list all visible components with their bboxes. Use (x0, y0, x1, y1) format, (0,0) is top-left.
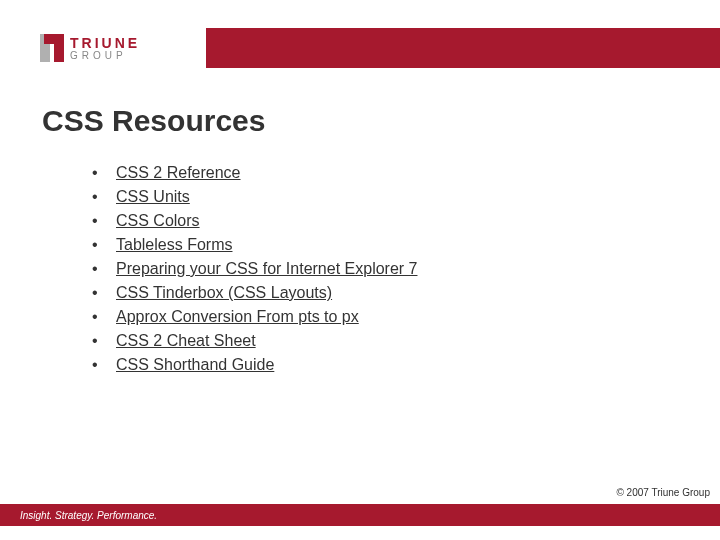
page-title: CSS Resources (42, 104, 265, 138)
svg-rect-1 (44, 34, 64, 44)
logo: TRIUNE GROUP (0, 28, 206, 68)
list-item: Approx Conversion From pts to px (92, 308, 417, 326)
resource-link[interactable]: CSS Units (116, 188, 190, 205)
list-item: CSS Tinderbox (CSS Layouts) (92, 284, 417, 302)
logo-word-secondary: GROUP (70, 51, 140, 61)
resource-link[interactable]: CSS 2 Reference (116, 164, 241, 181)
resource-link[interactable]: CSS Colors (116, 212, 200, 229)
list-item: Preparing your CSS for Internet Explorer… (92, 260, 417, 278)
svg-rect-2 (54, 44, 64, 62)
logo-mark-icon (40, 34, 64, 62)
footer-tagline: Insight. Strategy. Performance. (20, 510, 157, 521)
list-item: CSS Colors (92, 212, 417, 230)
resource-link[interactable]: CSS Tinderbox (CSS Layouts) (116, 284, 332, 301)
logo-word-primary: TRIUNE (70, 36, 140, 50)
list-item: CSS Units (92, 188, 417, 206)
resource-link[interactable]: Preparing your CSS for Internet Explorer… (116, 260, 417, 277)
logo-text: TRIUNE GROUP (70, 36, 140, 61)
resource-link[interactable]: Tableless Forms (116, 236, 232, 253)
list-item: CSS 2 Cheat Sheet (92, 332, 417, 350)
header-accent-bar (206, 28, 720, 68)
copyright-text: © 2007 Triune Group (616, 487, 710, 498)
list-item: CSS 2 Reference (92, 164, 417, 182)
footer-bar: Insight. Strategy. Performance. (0, 504, 720, 526)
list-item: Tableless Forms (92, 236, 417, 254)
resource-link[interactable]: CSS Shorthand Guide (116, 356, 274, 373)
resource-list: CSS 2 Reference CSS Units CSS Colors Tab… (92, 164, 417, 380)
resource-link[interactable]: CSS 2 Cheat Sheet (116, 332, 256, 349)
header-bar: TRIUNE GROUP (0, 28, 720, 68)
list-item: CSS Shorthand Guide (92, 356, 417, 374)
resource-link[interactable]: Approx Conversion From pts to px (116, 308, 359, 325)
